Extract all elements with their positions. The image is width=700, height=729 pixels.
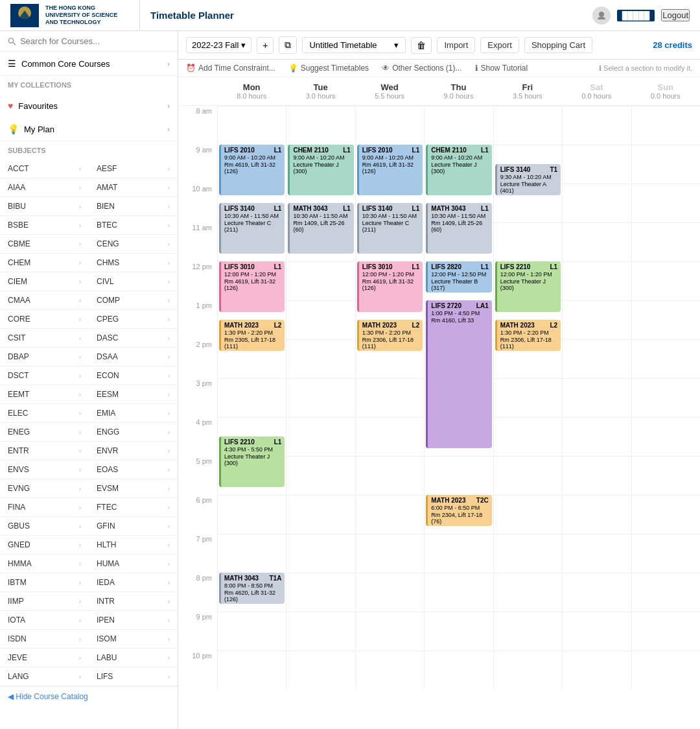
subject-item-eesm[interactable]: EESM› <box>89 385 178 404</box>
subject-item-gbus[interactable]: GBUS› <box>0 517 89 536</box>
subject-item-chms[interactable]: CHMS› <box>89 254 178 272</box>
subject-item-envs[interactable]: ENVS› <box>0 460 89 479</box>
subject-item-econ[interactable]: ECON› <box>89 366 178 385</box>
hour-row <box>632 106 700 145</box>
subject-item-amat[interactable]: AMAT› <box>89 178 178 197</box>
course-block-chem2110-thu[interactable]: CHEM 2110L1 9:00 AM - 10:20 AM Lecture T… <box>426 145 491 195</box>
suggest-timetables-btn[interactable]: 💡 Suggest Timetables <box>288 64 369 73</box>
header: THE HONG KONG UNIVERSITY OF SCIENCE AND … <box>0 0 700 31</box>
subject-item-eneg[interactable]: ENEG› <box>0 423 89 442</box>
other-sections-btn[interactable]: 👁 Other Sections (1)... <box>382 64 461 73</box>
course-block-lifs3010-wed[interactable]: LIFS 3010L1 12:00 PM - 1:20 PM Rm 4619, … <box>357 261 423 312</box>
course-block-math2023-fri[interactable]: MATH 2023L2 1:30 PM - 2:20 PM Rm 2306, L… <box>495 320 561 351</box>
export-button[interactable]: Export <box>480 37 519 53</box>
subject-item-labu[interactable]: LABU› <box>89 649 178 667</box>
subject-item-aesf[interactable]: AESF› <box>89 160 178 178</box>
course-block-math2023-wed[interactable]: MATH 2023L2 1:30 PM - 2:20 PM Rm 2306, L… <box>357 320 423 351</box>
course-block-lifs2820-thu[interactable]: LIFS 2820L1 12:00 PM - 12:50 PM Lecture … <box>426 261 491 293</box>
subject-item-comp[interactable]: COMP› <box>89 291 178 310</box>
subject-item-fina[interactable]: FINA› <box>0 498 89 517</box>
subject-item-gfin[interactable]: GFIN› <box>89 517 178 536</box>
subject-item-cpeg[interactable]: CPEG› <box>89 310 178 329</box>
subject-item-bsbe[interactable]: BSBE› <box>0 216 89 235</box>
subject-item-bien[interactable]: BIEN› <box>89 197 178 216</box>
course-block-lifs3010-mon[interactable]: LIFS 3010L1 12:00 PM - 1:20 PM Rm 4619, … <box>219 261 285 312</box>
subject-item-evsm[interactable]: EVSM› <box>89 479 178 498</box>
subject-item-acct[interactable]: ACCT› <box>0 160 89 178</box>
add-time-constraint-btn[interactable]: ⏰ Add Time Constraint... <box>186 64 275 73</box>
subject-item-ipen[interactable]: IPEN› <box>89 611 178 630</box>
subject-item-elec[interactable]: ELEC› <box>0 404 89 423</box>
subject-item-envr[interactable]: ENVR› <box>89 442 178 460</box>
suggest-label: Suggest Timetables <box>301 64 369 73</box>
tutorial-btn[interactable]: ℹ Show Tutorial <box>475 64 528 73</box>
hide-catalog-btn[interactable]: ◀ Hide Course Catalog <box>0 687 178 706</box>
subject-item-dsct[interactable]: DSCT› <box>0 366 89 385</box>
subject-item-isom[interactable]: ISOM› <box>89 630 178 649</box>
subject-item-ceng[interactable]: CENG› <box>89 235 178 254</box>
course-room: Lecture Theater J (300) <box>224 453 281 466</box>
subject-item-chem[interactable]: CHEM› <box>0 254 89 272</box>
subject-item-jeve[interactable]: JEVE› <box>0 649 89 667</box>
import-button[interactable]: Import <box>437 37 475 53</box>
shopping-cart-button[interactable]: Shopping Cart <box>524 37 592 53</box>
subject-item-eemt[interactable]: EEMT› <box>0 385 89 404</box>
subject-item-huma[interactable]: HUMA› <box>89 555 178 573</box>
course-block-lifs2720-thu[interactable]: LIFS 2720LA1 1:00 PM - 4:50 PM Rm 4160, … <box>426 300 491 448</box>
subject-item-intr[interactable]: INTR› <box>89 592 178 611</box>
course-block-lifs3140-mon[interactable]: LIFS 3140L1 10:30 AM - 11:50 AM Lecture … <box>219 203 285 254</box>
subject-item-dasc[interactable]: DASC› <box>89 329 178 348</box>
subject-item-aiaa[interactable]: AIAA› <box>0 178 89 197</box>
timetable-name-select[interactable]: Untitled Timetable ▾ <box>302 37 406 53</box>
subject-item-engg[interactable]: ENGG› <box>89 423 178 442</box>
subject-item-gned[interactable]: GNED› <box>0 536 89 555</box>
subject-item-lifs[interactable]: LIFS› <box>89 667 178 686</box>
course-block-math3043-tue[interactable]: MATH 3043L1 10:30 AM - 11:50 AM Rm 1409,… <box>288 203 353 254</box>
subject-item-lang[interactable]: LANG› <box>0 667 89 686</box>
favourites-item[interactable]: ♥ Favourites › <box>0 94 178 117</box>
delete-timetable-button[interactable]: 🗑 <box>411 37 432 54</box>
subject-item-hlth[interactable]: HLTH› <box>89 536 178 555</box>
subject-item-iota[interactable]: IOTA› <box>0 611 89 630</box>
course-block-lifs2010-wed[interactable]: LIFS 2010L1 9:00 AM - 10:20 AM Rm 4619, … <box>357 145 423 195</box>
subject-item-ieda[interactable]: IEDA› <box>89 573 178 592</box>
subject-item-core[interactable]: CORE› <box>0 310 89 329</box>
my-plan-item[interactable]: 💡 My Plan › <box>0 117 178 141</box>
subject-item-civl[interactable]: CIVL› <box>89 272 178 291</box>
course-block-math3043-thu[interactable]: MATH 3043L1 10:30 AM - 11:50 AM Rm 1409,… <box>426 203 491 254</box>
course-block-lifs2010-mon[interactable]: LIFS 2010L1 9:00 AM - 10:20 AM Rm 4619, … <box>219 145 285 195</box>
course-block-lifs3140-fri[interactable]: LIFS 3140T1 9:30 AM - 10:20 AM Lecture T… <box>495 164 561 195</box>
subject-item-emia[interactable]: EMIA› <box>89 404 178 423</box>
subject-item-cbme[interactable]: CBME› <box>0 235 89 254</box>
subject-item-eoas[interactable]: EOAS› <box>89 460 178 479</box>
calendar-container[interactable]: Mon 8.0 hours Tue 3.0 hours Wed 5.5 hour… <box>178 77 700 729</box>
course-block-math2023-mon[interactable]: MATH 2023L2 1:30 PM - 2:20 PM Rm 2305, L… <box>219 320 285 351</box>
subject-item-bibu[interactable]: BIBU› <box>0 197 89 216</box>
subject-item-ftec[interactable]: FTEC› <box>89 498 178 517</box>
course-block-lifs2210-fri[interactable]: LIFS 2210L1 12:00 PM - 1:20 PM Lecture T… <box>495 261 561 312</box>
course-block-math3043-mon[interactable]: MATH 3043T1A 8:00 PM - 8:50 PM Rm 4620, … <box>219 573 285 604</box>
copy-timetable-button[interactable]: ⧉ <box>279 36 297 54</box>
subject-item-hmma[interactable]: HMMA› <box>0 555 89 573</box>
subject-item-ibtm[interactable]: IBTM› <box>0 573 89 592</box>
subject-item-cmaa[interactable]: CMAA› <box>0 291 89 310</box>
subject-item-btec[interactable]: BTEC› <box>89 216 178 235</box>
logout-button[interactable]: Logout <box>661 9 690 21</box>
subject-item-dsaa[interactable]: DSAA› <box>89 348 178 366</box>
subject-item-dbap[interactable]: DBAP› <box>0 348 89 366</box>
subject-item-entr[interactable]: ENTR› <box>0 442 89 460</box>
course-block-lifs2210-mon[interactable]: LIFS 2210L1 4:30 PM - 5:50 PM Lecture Th… <box>219 436 285 487</box>
subject-item-evng[interactable]: EVNG› <box>0 479 89 498</box>
common-core-item[interactable]: ☰ Common Core Courses › <box>0 52 178 75</box>
subject-item-csit[interactable]: CSIT› <box>0 329 89 348</box>
search-input[interactable] <box>20 36 170 46</box>
subject-item-ciem[interactable]: CIEM› <box>0 272 89 291</box>
add-timetable-button[interactable]: + <box>257 37 274 54</box>
search-bar[interactable] <box>0 31 178 52</box>
semester-select[interactable]: 2022-23 Fall ▾ <box>186 37 251 53</box>
course-block-chem2110-tue[interactable]: CHEM 2110L1 9:00 AM - 10:20 AM Lecture T… <box>288 145 353 195</box>
course-block-lifs3140-wed[interactable]: LIFS 3140L1 10:30 AM - 11:50 AM Lecture … <box>357 203 423 254</box>
course-block-math2023-thu[interactable]: MATH 2023T2C 6:00 PM - 6:50 PM Rm 2304, … <box>426 495 491 526</box>
subject-item-iimp[interactable]: IIMP› <box>0 592 89 611</box>
subject-item-isdn[interactable]: ISDN› <box>0 630 89 649</box>
